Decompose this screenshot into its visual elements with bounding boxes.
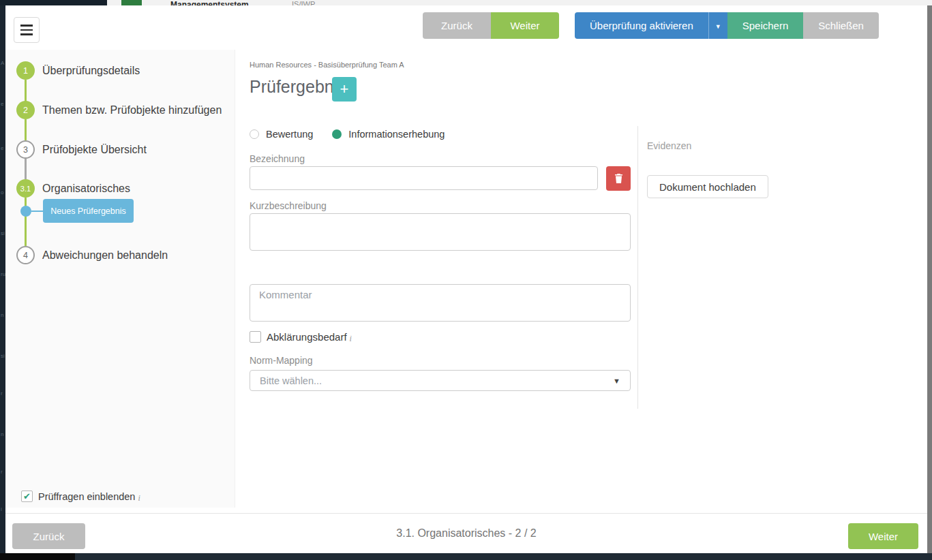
step-circle: 2 — [16, 101, 35, 119]
info-icon: i — [350, 334, 352, 344]
background-app-logo — [121, 0, 142, 5]
sidebar-step-2[interactable]: 2 Themen bzw. Prüfobjekte hinzufügen — [16, 101, 222, 119]
radio-bewertung[interactable] — [250, 129, 259, 139]
sidebar-step-3[interactable]: 3 Prüfobjekte Übersicht — [16, 140, 147, 159]
sidebar-fragment: n — [1, 312, 3, 318]
background-app-title: Managementsystem — [170, 0, 249, 5]
substep-dot — [20, 206, 31, 217]
delete-result-button[interactable] — [606, 166, 631, 191]
result-type-radio-group: Bewertung Informationserhebung — [250, 129, 457, 140]
breadcrumb: Human Resources - Basisüberprüfung Team … — [250, 61, 404, 69]
step-circle: 3 — [16, 140, 35, 159]
step-label: Abweichungen behandeln — [42, 249, 168, 262]
info-icon: i — [138, 493, 140, 503]
section-divider — [637, 126, 638, 409]
sidebar-fragment: si — [1, 353, 5, 359]
activate-dropdown-toggle[interactable]: ▼ — [708, 12, 727, 39]
step-circle: 3.1 — [16, 179, 35, 198]
radio-label: Informationserhebung — [348, 129, 445, 140]
sidebar-step-4[interactable]: 4 Abweichungen behandeln — [16, 246, 168, 264]
wizard-footer: Zurück 3.1. Organisatorisches - 2 / 2 We… — [5, 513, 927, 553]
chevron-down-icon: ▼ — [613, 377, 620, 385]
sidebar-fragment: n — [1, 431, 3, 437]
radio-informationserhebung[interactable] — [332, 129, 342, 139]
chevron-down-icon: ▼ — [715, 23, 721, 30]
step-label: Organisatorisches — [42, 183, 130, 195]
wizard-nav-group: Zurück Weiter — [423, 12, 559, 39]
norm-mapping-label: Norm-Mapping — [250, 355, 313, 366]
step-connector — [25, 198, 27, 246]
sidebar-fragment: r — [1, 390, 3, 396]
background-app-bottom-edge — [0, 553, 932, 560]
kommentar-textarea[interactable] — [250, 284, 631, 322]
substep-neues-pruefergebnis[interactable]: Neues Prüfergebnis — [43, 199, 134, 223]
modal-toolbar: Zurück Weiter Überprüfung aktivieren ▼ S… — [5, 5, 927, 50]
background-scrollbar — [927, 5, 932, 560]
result-form-panel: Human Resources - Basisüberprüfung Team … — [235, 50, 927, 513]
bezeichnung-label: Bezeichnung — [250, 153, 305, 164]
hamburger-icon — [20, 25, 33, 27]
background-app-subtitle: IS/IWP — [292, 0, 315, 5]
show-questions-checkbox[interactable]: ✔ Prüffragen einblenden i — [21, 491, 140, 502]
action-button-group: Überprüfung aktivieren ▼ Speichern Schli… — [575, 12, 879, 39]
step-label: Themen bzw. Prüfobjekte hinzufügen — [42, 104, 222, 116]
bezeichnung-input[interactable] — [250, 166, 598, 190]
background-bottom-corner — [0, 553, 75, 560]
save-button[interactable]: Speichern — [727, 12, 804, 39]
upload-document-button[interactable]: Dokument hochladen — [647, 175, 768, 198]
norm-mapping-select[interactable]: Bitte wählen... ▼ — [250, 370, 631, 391]
step-label: Überprüfungsdetails — [42, 65, 140, 77]
background-app-header: Managementsystem IS/IWP — [0, 0, 932, 5]
modal-body: 1 Überprüfungsdetails 2 Themen bzw. Prüf… — [5, 50, 927, 513]
sidebar-fragment: ru — [1, 271, 5, 277]
footer-next-button[interactable]: Weiter — [848, 523, 918, 549]
step-circle: 4 — [16, 246, 35, 264]
toolbar-back-button[interactable]: Zurück — [423, 12, 491, 39]
add-result-button[interactable]: + — [332, 77, 357, 102]
kurzbeschreibung-label: Kurzbeschreibung — [250, 200, 327, 211]
substep-connector — [31, 211, 44, 212]
checkbox-label: Abklärungsbedarf — [267, 331, 347, 343]
background-app-sidebar-edge: A e e o si ru n si r n r i — [0, 5, 5, 553]
select-placeholder: Bitte wählen... — [260, 375, 613, 386]
toolbar-next-button[interactable]: Weiter — [491, 12, 559, 39]
close-button[interactable]: Schließen — [803, 12, 879, 39]
kurzbeschreibung-textarea[interactable] — [250, 213, 631, 251]
menu-button[interactable] — [14, 17, 40, 43]
checkbox-label: Prüffragen einblenden — [38, 491, 135, 502]
background-sidebar-header — [0, 0, 107, 5]
radio-label: Bewertung — [266, 129, 313, 140]
sidebar-fragment: o — [1, 189, 3, 196]
sidebar-fragment: r — [1, 469, 3, 475]
sidebar-fragment: A — [1, 60, 4, 66]
step-connector — [25, 119, 27, 140]
sidebar-step-3-1[interactable]: 3.1 Organisatorisches — [16, 179, 130, 198]
sidebar-fragment: i — [1, 506, 2, 512]
abklaerungsbedarf-checkbox[interactable]: Abklärungsbedarf i — [250, 331, 352, 343]
step-connector — [25, 80, 27, 102]
review-wizard-modal: Zurück Weiter Überprüfung aktivieren ▼ S… — [5, 5, 927, 553]
step-circle: 1 — [16, 61, 35, 80]
activate-review-button[interactable]: Überprüfung aktivieren — [575, 12, 708, 39]
sidebar-fragment: e — [1, 145, 3, 151]
sidebar-step-1[interactable]: 1 Überprüfungsdetails — [16, 61, 140, 80]
evidenzen-title: Evidenzen — [647, 140, 691, 151]
wizard-stepper-sidebar: 1 Überprüfungsdetails 2 Themen bzw. Prüf… — [5, 50, 235, 508]
sidebar-fragment: si — [1, 230, 5, 236]
wizard-progress-status: 3.1. Organisatorisches - 2 / 2 — [5, 527, 927, 540]
checkbox-checked-icon: ✔ — [21, 491, 33, 502]
step-label: Prüfobjekte Übersicht — [42, 144, 147, 156]
checkbox-unchecked — [250, 331, 261, 343]
step-connector — [25, 159, 27, 179]
trash-icon — [614, 173, 624, 184]
sidebar-fragment: e — [1, 101, 3, 107]
